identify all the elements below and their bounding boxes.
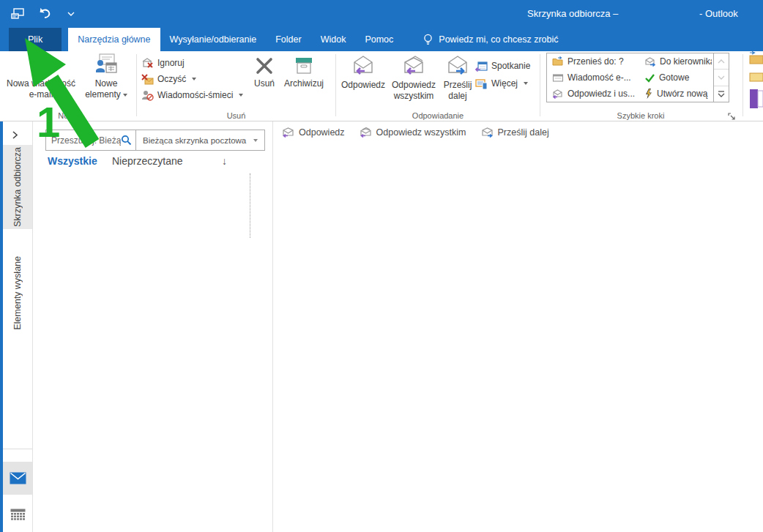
tab-send-receive[interactable]: Wysyłanie/odbieranie: [160, 28, 267, 51]
more-respond-button[interactable]: Więcej: [475, 76, 528, 91]
tab-file[interactable]: Plik: [9, 28, 62, 51]
forward-mail-icon: [644, 57, 656, 67]
ribbon-tab-row: Plik Narzędzia główne Wysyłanie/odbieran…: [0, 28, 763, 51]
sidebar-item-inbox[interactable]: Skrzynka odbiorcza: [3, 145, 32, 229]
folder-navigation-bar: Skrzynka odbiorcza Elementy wysłane: [0, 121, 33, 532]
reply-icon: [282, 127, 295, 138]
calendar-icon: [10, 509, 26, 521]
ribbon: Nowa wiadomość e-mail Nowe element: [0, 51, 763, 121]
reading-forward-button[interactable]: Prześlij dalej: [481, 127, 549, 138]
group-label-delete: Usuń: [137, 111, 335, 120]
search-value: Przeszukaj: Bieżą: [51, 135, 121, 146]
forward-button[interactable]: Prześlij dalej: [440, 53, 475, 109]
ribbon-group-new: Nowa wiadomość e-mail Nowe element: [0, 51, 136, 121]
group-label-respond: Odpowiadanie: [336, 111, 540, 120]
tell-me-box[interactable]: Powiedz mi, co chcesz zrobić: [423, 28, 558, 51]
email-icon: [552, 73, 564, 83]
reply-button[interactable]: Odpowiedz: [339, 53, 387, 109]
meeting-button[interactable]: Spotkanie: [475, 59, 530, 73]
content-area: Skrzynka odbiorcza Elementy wysłane: [0, 121, 763, 532]
outlook-window: Skrzynka odbiorcza – - Outlook Plik Narz…: [0, 0, 763, 532]
search-input[interactable]: Przeszukaj: Bieżą: [45, 130, 136, 151]
new-email-button[interactable]: Nowa wiadomość e-mail: [4, 53, 78, 109]
tab-help[interactable]: Pomoc: [355, 28, 403, 51]
navbar-divider: [3, 449, 32, 449]
reading-reply-button[interactable]: Odpowiedz: [282, 127, 345, 138]
move-folder-icon: [552, 56, 564, 67]
junk-button[interactable]: Wiadomości-śmieci: [141, 88, 243, 102]
group-label-quick-steps: Szybkie kroki: [540, 111, 741, 120]
archive-button[interactable]: Archiwizuj: [282, 53, 326, 109]
customize-qat-chevron-icon[interactable]: [63, 6, 79, 22]
list-scrollbar-remnant: [250, 173, 250, 238]
new-items-button[interactable]: Nowe elementy: [79, 53, 133, 109]
forward-icon: [443, 55, 472, 77]
dropdown-caret-icon: [123, 94, 127, 97]
reading-reply-all-button[interactable]: Odpowiedz wszystkim: [360, 127, 466, 138]
undo-icon[interactable]: [37, 6, 53, 22]
dropdown-caret-icon: [253, 139, 258, 142]
ignore-button[interactable]: Ignoruj: [141, 56, 185, 70]
delete-button[interactable]: Usuń: [248, 53, 280, 109]
gallery-scroll-down[interactable]: [714, 69, 729, 85]
lightbulb-icon: [423, 34, 433, 46]
gallery-scroll-up[interactable]: [714, 53, 729, 69]
filter-all[interactable]: Wszystkie: [48, 155, 97, 167]
gallery-more-button[interactable]: [714, 86, 729, 102]
expand-folder-pane-icon[interactable]: [12, 129, 18, 142]
dropdown-caret-icon: [192, 78, 196, 80]
calendar-module-button[interactable]: [3, 502, 32, 527]
search-icon[interactable]: [121, 135, 132, 146]
reply-all-icon: [360, 127, 373, 138]
quick-step-new-email[interactable]: Wiadomość e-...: [552, 70, 641, 86]
quick-step-reply-delete[interactable]: Odpowiedz i us...: [552, 86, 641, 102]
quick-step-done[interactable]: Gotowe: [644, 70, 712, 86]
reading-pane: Odpowiedz Odpowiedz wszystkim: [273, 121, 763, 532]
quick-steps-gallery: Przenieś do: ? Do kierownika: [546, 53, 729, 102]
search-scope-value: Bieżąca skrzynka pocztowa: [143, 136, 251, 145]
tab-view[interactable]: Widok: [311, 28, 356, 51]
new-items-icon: [94, 53, 119, 75]
reply-all-icon: [399, 55, 428, 77]
quick-step-move-to[interactable]: Przenieś do: ?: [552, 53, 641, 70]
archive-icon: [294, 56, 314, 75]
filter-unread[interactable]: Nieprzeczytane: [112, 155, 183, 167]
sidebar-item-sent[interactable]: Elementy wysłane: [3, 238, 32, 348]
quick-steps-dialog-launcher-icon[interactable]: [728, 110, 737, 119]
reading-pane-actions: Odpowiedz Odpowiedz wszystkim: [282, 127, 549, 138]
new-email-icon: [29, 53, 53, 75]
dropdown-caret-icon: [239, 94, 243, 97]
reply-icon: [349, 55, 378, 77]
forward-icon: [481, 127, 494, 138]
window-title: Skrzynka odbiorcza –: [527, 0, 618, 28]
gallery-scrollbar: [713, 53, 729, 102]
reply-mail-icon: [552, 89, 564, 99]
ribbon-group-respond: Odpowiedz Odpowiedz wszystkim: [336, 51, 540, 121]
ribbon-group-quick-steps: Przenieś do: ? Do kierownika: [540, 51, 741, 121]
tab-folder[interactable]: Folder: [266, 28, 310, 51]
dropdown-caret-icon: [524, 82, 528, 85]
message-list-pane: Przeszukaj: Bieżą Bieżąca skrzynka poczt…: [33, 121, 273, 532]
tell-me-label: Powiedz mi, co chcesz zrobić: [439, 34, 558, 45]
quick-step-to-manager[interactable]: Do kierownika: [644, 53, 712, 70]
filter-row: Wszystkie Nieprzeczytane ↓: [48, 155, 262, 171]
ignore-icon: [141, 58, 154, 69]
group-label-new: Nowy: [0, 111, 136, 120]
quick-step-create-new[interactable]: Utwórz nową: [644, 86, 712, 102]
quick-access-toolbar: [10, 5, 79, 23]
meeting-icon: [475, 61, 488, 72]
reply-all-button[interactable]: Odpowiedz wszystkim: [389, 53, 439, 109]
cleanup-icon: [141, 74, 154, 85]
send-receive-icon[interactable]: [10, 6, 26, 22]
delete-x-icon: [255, 56, 274, 75]
more-respond-icon: [475, 78, 488, 89]
tab-home[interactable]: Narzędzia główne: [68, 28, 160, 51]
junk-icon: [141, 90, 154, 101]
sort-direction-icon[interactable]: ↓: [222, 155, 227, 167]
ribbon-group-delete: Ignoruj Oczyść: [137, 51, 335, 121]
check-icon: [644, 73, 655, 83]
cleanup-button[interactable]: Oczyść: [141, 72, 196, 86]
search-scope-dropdown[interactable]: Bieżąca skrzynka pocztowa: [136, 130, 265, 151]
mail-module-button[interactable]: [3, 462, 32, 495]
title-bar: Skrzynka odbiorcza – - Outlook: [0, 0, 763, 28]
